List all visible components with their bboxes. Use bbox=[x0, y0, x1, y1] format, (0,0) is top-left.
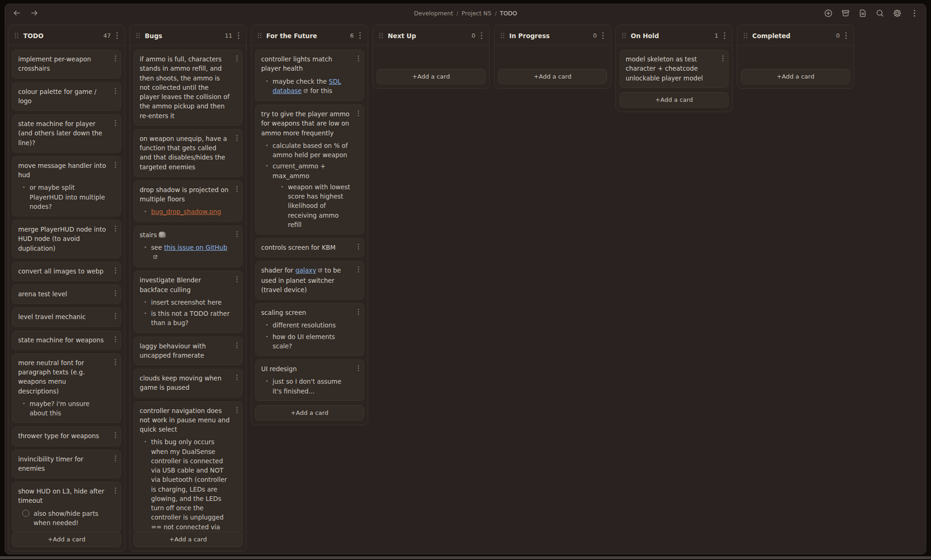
card[interactable]: stairs •see this issue on GitHub bbox=[134, 226, 243, 267]
card-menu-button[interactable] bbox=[114, 54, 117, 63]
card-menu-button[interactable] bbox=[235, 341, 239, 350]
card[interactable]: shader for galaxy to be used in planet s… bbox=[255, 261, 364, 300]
card-menu-button[interactable] bbox=[357, 54, 360, 63]
add-card-button[interactable]: +Add a card bbox=[134, 532, 243, 547]
column-menu-button[interactable] bbox=[115, 31, 119, 40]
horizontal-scrollbar[interactable] bbox=[0, 556, 931, 559]
checkbox[interactable] bbox=[22, 510, 29, 517]
column-menu-button[interactable] bbox=[236, 31, 241, 40]
card-title: controller navigation does not work in p… bbox=[140, 406, 230, 434]
card-menu-button[interactable] bbox=[114, 160, 117, 169]
card-link[interactable]: this issue on GitHub bbox=[164, 244, 227, 251]
add-card-button[interactable]: +Add a card bbox=[377, 69, 486, 84]
card-menu-button[interactable] bbox=[235, 275, 239, 284]
add-board-button[interactable] bbox=[823, 8, 833, 18]
card[interactable]: implement per-weapon crosshairs bbox=[12, 50, 121, 79]
card-text-segment: try to give the player ammo for weapons … bbox=[261, 110, 350, 137]
notes-button[interactable] bbox=[857, 8, 868, 18]
add-card-button[interactable]: +Add a card bbox=[741, 69, 850, 84]
card[interactable]: show HUD on L3, hide after timeoutalso s… bbox=[12, 482, 121, 532]
card-title: show HUD on L3, hide after timeout bbox=[18, 487, 108, 506]
card-menu-button[interactable] bbox=[235, 185, 239, 193]
bullet-item: •is this not a TODO rather than a bug? bbox=[140, 309, 230, 328]
card-menu-button[interactable] bbox=[721, 54, 725, 63]
card[interactable]: state machine for weapons bbox=[12, 331, 121, 350]
column-menu-button[interactable] bbox=[479, 31, 484, 40]
column-menu-button[interactable] bbox=[601, 31, 605, 40]
card-menu-button[interactable] bbox=[114, 87, 117, 95]
card[interactable]: try to give the player ammo for weapons … bbox=[255, 105, 364, 234]
drag-handle-icon[interactable] bbox=[743, 32, 748, 39]
card[interactable]: move message handler into hud•or maybe s… bbox=[12, 156, 121, 216]
card[interactable]: level travel mechanic bbox=[12, 307, 121, 327]
card-menu-button[interactable] bbox=[114, 335, 117, 344]
card-menu-button[interactable] bbox=[114, 266, 117, 275]
card-link[interactable]: bug_drop_shadow.png bbox=[151, 208, 221, 215]
card[interactable]: thrower type for weapons bbox=[12, 427, 121, 446]
archive-button[interactable] bbox=[840, 8, 850, 18]
card-menu-button[interactable] bbox=[114, 289, 117, 298]
card[interactable]: controls screen for KBM bbox=[255, 238, 364, 257]
card[interactable]: UI redesign•just so I don't assume it's … bbox=[255, 360, 364, 401]
card[interactable]: scaling screen•different resolutions•how… bbox=[255, 303, 364, 356]
card[interactable]: more neutral font for paragraph texts (e… bbox=[12, 353, 121, 423]
column-menu-button[interactable] bbox=[844, 31, 848, 40]
column-menu-button[interactable] bbox=[722, 31, 727, 40]
column-menu-button[interactable] bbox=[358, 31, 362, 40]
card[interactable]: merge PlayerHUD node into HUD node (to a… bbox=[12, 220, 121, 258]
card-menu-button[interactable] bbox=[114, 431, 117, 440]
back-button[interactable] bbox=[12, 8, 22, 18]
card-menu-button[interactable] bbox=[114, 358, 117, 367]
add-card-button[interactable]: +Add a card bbox=[498, 69, 607, 84]
more-menu-button[interactable] bbox=[909, 8, 919, 18]
arrow-left-icon bbox=[13, 9, 21, 17]
drag-handle-icon[interactable] bbox=[378, 32, 384, 39]
card-menu-button[interactable] bbox=[357, 242, 360, 251]
card[interactable]: invincibility timer for enemies bbox=[12, 450, 121, 479]
search-button[interactable] bbox=[875, 8, 885, 18]
card-menu-button[interactable] bbox=[357, 265, 360, 274]
breadcrumb-item-project[interactable]: Project N5 bbox=[462, 10, 492, 17]
add-circle-icon bbox=[824, 9, 833, 18]
card-menu-button[interactable] bbox=[357, 307, 360, 316]
add-card-button[interactable]: +Add a card bbox=[12, 532, 121, 547]
card[interactable]: drop shadow is projected on multiple flo… bbox=[134, 180, 243, 222]
card[interactable]: clouds keep moving when game is paused bbox=[134, 369, 243, 398]
card-title: try to give the player ammo for weapons … bbox=[261, 109, 351, 138]
card-menu-button[interactable] bbox=[235, 54, 239, 63]
card[interactable]: controller navigation does not work in p… bbox=[134, 401, 243, 532]
card[interactable]: investigate Blender backface culling•ins… bbox=[134, 271, 243, 333]
card[interactable]: colour palette for game / logo bbox=[12, 82, 121, 111]
card[interactable]: arena test level bbox=[12, 285, 121, 304]
add-card-button[interactable]: +Add a card bbox=[620, 92, 729, 107]
card-menu-button[interactable] bbox=[114, 224, 117, 233]
drag-handle-icon[interactable] bbox=[257, 32, 262, 39]
card-menu-button[interactable] bbox=[235, 230, 239, 239]
card-menu-button[interactable] bbox=[235, 406, 239, 414]
card-menu-button[interactable] bbox=[357, 364, 360, 373]
card-menu-button[interactable] bbox=[235, 373, 239, 382]
card[interactable]: controller lights match player health•ma… bbox=[255, 50, 364, 101]
card[interactable]: state machine for player (and others lat… bbox=[12, 114, 121, 153]
breadcrumb-item-development[interactable]: Development bbox=[414, 10, 453, 17]
drag-handle-icon[interactable] bbox=[500, 32, 505, 39]
drag-handle-icon[interactable] bbox=[14, 32, 19, 39]
card-menu-button[interactable] bbox=[114, 454, 117, 463]
add-card-button[interactable]: +Add a card bbox=[255, 405, 364, 420]
card-link[interactable]: galaxy bbox=[295, 267, 316, 274]
card[interactable]: laggy behaviour with uncapped framerate bbox=[134, 337, 243, 366]
card[interactable]: if ammo is full, characters stands in am… bbox=[134, 50, 243, 126]
card-menu-button[interactable] bbox=[235, 133, 239, 142]
card-bullet-list: •different resolutions•how do UI element… bbox=[261, 320, 351, 351]
settings-button[interactable] bbox=[892, 8, 902, 18]
forward-button[interactable] bbox=[29, 8, 40, 18]
card-menu-button[interactable] bbox=[114, 119, 117, 127]
card-menu-button[interactable] bbox=[357, 109, 360, 118]
card-menu-button[interactable] bbox=[114, 312, 117, 320]
drag-handle-icon[interactable] bbox=[135, 32, 141, 39]
card[interactable]: convert all images to webp bbox=[12, 262, 121, 281]
drag-handle-icon[interactable] bbox=[621, 32, 627, 39]
card-menu-button[interactable] bbox=[114, 486, 117, 495]
card[interactable]: model skeleton as test character + cheat… bbox=[620, 50, 729, 88]
card[interactable]: on weapon unequip, have a function that … bbox=[134, 129, 243, 177]
